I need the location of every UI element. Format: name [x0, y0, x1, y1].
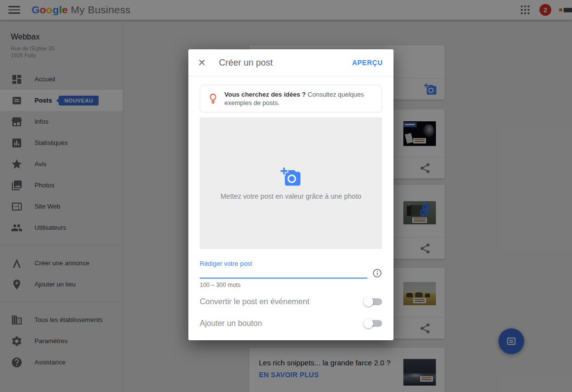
dialog-title: Créer un post	[219, 58, 352, 68]
ideas-text: Vous cherchez des idées ? Consultez quel…	[224, 90, 367, 107]
word-count-hint: 100 – 300 mots	[200, 282, 382, 288]
post-text-row	[200, 268, 382, 279]
preview-button[interactable]: APERÇU	[352, 59, 383, 67]
post-text-label: Rédiger votre post	[200, 260, 382, 268]
button-toggle-row: Ajouter un bouton	[200, 313, 382, 334]
create-post-dialog: ✕ Créer un post APERÇU Vous cherchez des…	[188, 49, 393, 340]
info-icon[interactable]	[372, 268, 383, 279]
post-text-input[interactable]	[200, 269, 367, 279]
photo-prompt: Mettez votre post en valeur grâce à une …	[220, 192, 361, 200]
button-toggle-label: Ajouter un bouton	[200, 319, 262, 328]
lightbulb-icon	[207, 93, 219, 105]
photo-upload-area[interactable]: Mettez votre post en valeur grâce à une …	[200, 117, 382, 249]
ideas-banner[interactable]: Vous cherchez des idées ? Consultez quel…	[200, 85, 382, 112]
screen: GoogleMy Business 2 Webbax Rue de l'Egli…	[0, 0, 572, 392]
add-photo-icon	[281, 167, 301, 187]
event-toggle-label: Convertir le post en événement	[200, 297, 309, 306]
close-icon[interactable]: ✕	[198, 58, 208, 68]
button-toggle-switch[interactable]	[363, 319, 382, 328]
dialog-header: ✕ Créer un post APERÇU	[188, 49, 393, 76]
ideas-text-bold: Vous cherchez des idées ?	[224, 91, 306, 98]
event-toggle-row: Convertir le post en événement	[200, 291, 382, 313]
event-toggle-switch[interactable]	[363, 297, 382, 307]
